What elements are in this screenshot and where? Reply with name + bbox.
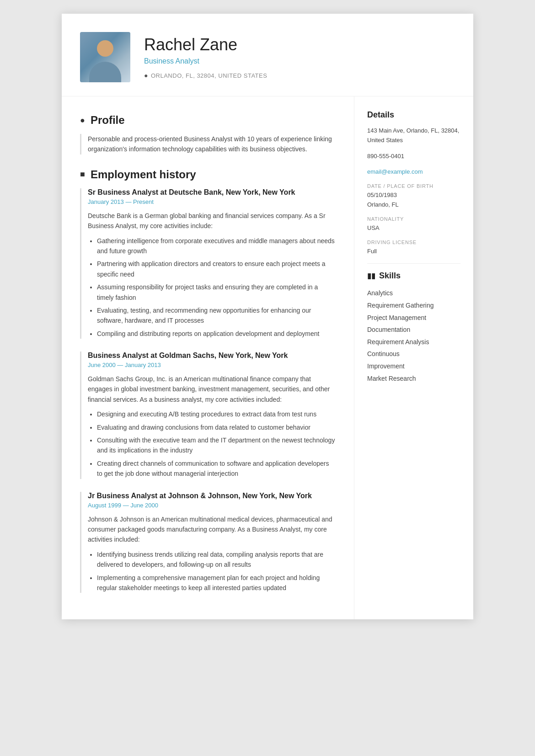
details-title: Details bbox=[367, 110, 460, 120]
job-title-2: Business Analyst at Goldman Sachs, New Y… bbox=[88, 351, 336, 360]
bullet-item: Evaluating, testing, and recommending ne… bbox=[97, 305, 336, 326]
bullet-item: Designing and executing A/B testing proc… bbox=[97, 409, 336, 419]
skill-item: Requirement Gathering bbox=[367, 299, 460, 312]
nationality-label: NATIONALITY bbox=[367, 216, 460, 222]
job-entry-3: Jr Business Analyst at Johnson & Johnson… bbox=[80, 492, 336, 593]
bullet-item: Consulting with the executive team and t… bbox=[97, 435, 336, 456]
bullet-item: Gathering intelligence from corporate ex… bbox=[97, 236, 336, 256]
bullet-item: Evaluating and drawing conclusions from … bbox=[97, 422, 336, 432]
employment-section-header: ■ Employment history bbox=[80, 168, 336, 181]
detail-license: Full bbox=[367, 247, 460, 256]
dob-label: DATE / PLACE OF BIRTH bbox=[367, 183, 460, 189]
skill-item: Analytics bbox=[367, 287, 460, 299]
skills-list: Analytics Requirement Gathering Project … bbox=[367, 287, 460, 384]
right-column: Details 143 Main Ave, Orlando, FL, 32804… bbox=[354, 96, 473, 619]
skill-item: Market Research bbox=[367, 373, 460, 385]
job-bullets-2: Designing and executing A/B testing proc… bbox=[88, 409, 336, 479]
bullet-item: Implementing a comprehensive management … bbox=[97, 573, 336, 593]
profile-icon: ● bbox=[80, 116, 85, 125]
job-bullets-1: Gathering intelligence from corporate ex… bbox=[88, 236, 336, 339]
job-description-2: Goldman Sachs Group, Inc. is an American… bbox=[88, 374, 336, 405]
profile-title: Profile bbox=[91, 114, 125, 127]
bullet-item: Identifying business trends utilizing re… bbox=[97, 549, 336, 570]
detail-address: 143 Main Ave, Orlando, FL, 32804, United… bbox=[367, 126, 460, 145]
skills-title: ▮▮ Skills bbox=[367, 271, 460, 281]
job-dates-1: January 2013 — Present bbox=[88, 198, 336, 205]
candidate-title: Business Analyst bbox=[144, 57, 455, 65]
detail-nationality: USA bbox=[367, 224, 460, 233]
detail-dob: 05/10/1983 Orlando, FL bbox=[367, 191, 460, 210]
candidate-location: ● ORLANDO, FL, 32804, UNITED STATES bbox=[144, 72, 455, 79]
employment-title: Employment history bbox=[91, 168, 196, 181]
job-title-1: Sr Business Analyst at Deutsche Bank, Ne… bbox=[88, 188, 336, 197]
header-section: Rachel Zane Business Analyst ● ORLANDO, … bbox=[62, 14, 473, 96]
location-icon: ● bbox=[144, 72, 148, 79]
license-label: DRIVING LICENSE bbox=[367, 240, 460, 245]
job-description-3: Johnson & Johnson is an American multina… bbox=[88, 514, 336, 545]
bullet-item: Compiling and distributing reports on ap… bbox=[97, 329, 336, 339]
job-entry-1: Sr Business Analyst at Deutsche Bank, Ne… bbox=[80, 188, 336, 339]
avatar bbox=[80, 32, 130, 82]
skill-item: Continuous bbox=[367, 348, 460, 360]
skill-item: Requirement Analysis bbox=[367, 336, 460, 348]
bullet-item: Partnering with application directors an… bbox=[97, 259, 336, 279]
profile-section-header: ● Profile bbox=[80, 114, 336, 127]
job-dates-2: June 2000 — January 2013 bbox=[88, 362, 336, 368]
resume-container: Rachel Zane Business Analyst ● ORLANDO, … bbox=[62, 14, 473, 619]
bullet-item: Creating direct channels of communicatio… bbox=[97, 458, 336, 479]
detail-phone: 890-555-0401 bbox=[367, 152, 460, 161]
divider bbox=[367, 263, 460, 264]
employment-icon: ■ bbox=[80, 170, 85, 179]
bullet-item: Assuming responsibility for project task… bbox=[97, 282, 336, 303]
job-bullets-3: Identifying business trends utilizing re… bbox=[88, 549, 336, 593]
left-column: ● Profile Personable and process-oriente… bbox=[62, 96, 354, 619]
candidate-name: Rachel Zane bbox=[144, 35, 455, 54]
job-entry-2: Business Analyst at Goldman Sachs, New Y… bbox=[80, 351, 336, 479]
skill-item: Improvement bbox=[367, 360, 460, 373]
skill-item: Documentation bbox=[367, 324, 460, 336]
job-description-1: Deutsche Bank is a German global banking… bbox=[88, 211, 336, 231]
job-dates-3: August 1999 — June 2000 bbox=[88, 502, 336, 509]
email-link[interactable]: email@example.com bbox=[367, 168, 423, 175]
job-title-3: Jr Business Analyst at Johnson & Johnson… bbox=[88, 492, 336, 500]
profile-text: Personable and process-oriented Business… bbox=[80, 134, 336, 154]
detail-email: email@example.com bbox=[367, 167, 460, 177]
header-info: Rachel Zane Business Analyst ● ORLANDO, … bbox=[144, 35, 455, 79]
skills-icon: ▮▮ bbox=[367, 272, 375, 280]
main-layout: ● Profile Personable and process-oriente… bbox=[62, 96, 473, 619]
skill-item: Project Management bbox=[367, 312, 460, 324]
